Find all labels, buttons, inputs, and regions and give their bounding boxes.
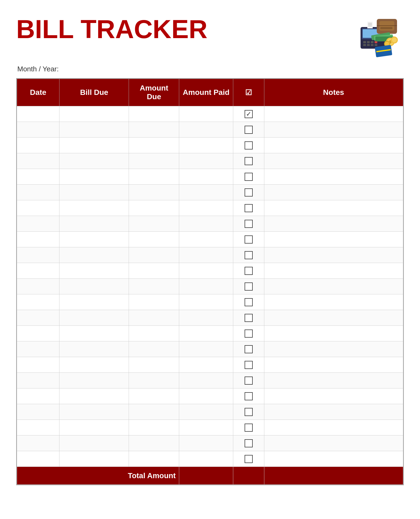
- cell-amount-paid[interactable]: [179, 420, 233, 435]
- cell-bill-due[interactable]: [59, 451, 129, 467]
- cell-checkbox[interactable]: [233, 200, 264, 216]
- cell-date[interactable]: [17, 451, 59, 467]
- cell-amount-paid[interactable]: [179, 138, 233, 153]
- cell-checkbox[interactable]: [233, 153, 264, 169]
- cell-amount-paid[interactable]: [179, 451, 233, 467]
- cell-amount-due[interactable]: [129, 435, 179, 451]
- cell-amount-due[interactable]: [129, 341, 179, 357]
- cell-amount-due[interactable]: [129, 247, 179, 263]
- cell-amount-due[interactable]: [129, 404, 179, 420]
- cell-date[interactable]: [17, 357, 59, 373]
- cell-date[interactable]: [17, 138, 59, 153]
- cell-amount-due[interactable]: [129, 420, 179, 435]
- cell-date[interactable]: [17, 373, 59, 388]
- cell-checkbox[interactable]: [233, 388, 264, 404]
- cell-bill-due[interactable]: [59, 153, 129, 169]
- cell-checkbox[interactable]: [233, 122, 264, 138]
- cell-bill-due[interactable]: [59, 294, 129, 310]
- cell-notes[interactable]: [264, 106, 403, 122]
- cell-checkbox[interactable]: [233, 435, 264, 451]
- cell-amount-due[interactable]: [129, 106, 179, 122]
- cell-date[interactable]: [17, 294, 59, 310]
- cell-amount-paid[interactable]: [179, 341, 233, 357]
- cell-bill-due[interactable]: [59, 185, 129, 200]
- cell-date[interactable]: [17, 310, 59, 326]
- cell-checkbox[interactable]: [233, 420, 264, 435]
- cell-date[interactable]: [17, 122, 59, 138]
- cell-checkbox[interactable]: [233, 373, 264, 388]
- cell-bill-due[interactable]: [59, 326, 129, 341]
- cell-notes[interactable]: [264, 185, 403, 200]
- cell-notes[interactable]: [264, 169, 403, 185]
- cell-date[interactable]: [17, 420, 59, 435]
- cell-notes[interactable]: [264, 373, 403, 388]
- cell-checkbox[interactable]: [233, 310, 264, 326]
- cell-notes[interactable]: [264, 404, 403, 420]
- cell-checkbox[interactable]: [233, 294, 264, 310]
- cell-amount-due[interactable]: [129, 326, 179, 341]
- cell-bill-due[interactable]: [59, 247, 129, 263]
- cell-bill-due[interactable]: [59, 169, 129, 185]
- cell-amount-paid[interactable]: [179, 200, 233, 216]
- cell-amount-due[interactable]: [129, 294, 179, 310]
- cell-checkbox[interactable]: [233, 341, 264, 357]
- cell-amount-paid[interactable]: [179, 232, 233, 247]
- cell-amount-paid[interactable]: [179, 216, 233, 232]
- cell-amount-paid[interactable]: [179, 185, 233, 200]
- cell-date[interactable]: [17, 169, 59, 185]
- cell-notes[interactable]: [264, 216, 403, 232]
- cell-date[interactable]: [17, 279, 59, 294]
- cell-date[interactable]: [17, 153, 59, 169]
- cell-bill-due[interactable]: [59, 310, 129, 326]
- cell-notes[interactable]: [264, 232, 403, 247]
- cell-bill-due[interactable]: [59, 279, 129, 294]
- cell-date[interactable]: [17, 247, 59, 263]
- cell-notes[interactable]: [264, 326, 403, 341]
- cell-amount-due[interactable]: [129, 216, 179, 232]
- cell-amount-paid[interactable]: [179, 310, 233, 326]
- cell-amount-due[interactable]: [129, 310, 179, 326]
- cell-amount-due[interactable]: [129, 153, 179, 169]
- cell-bill-due[interactable]: [59, 263, 129, 279]
- cell-amount-due[interactable]: [129, 200, 179, 216]
- cell-amount-due[interactable]: [129, 232, 179, 247]
- cell-notes[interactable]: [264, 263, 403, 279]
- cell-bill-due[interactable]: [59, 216, 129, 232]
- cell-date[interactable]: [17, 326, 59, 341]
- cell-bill-due[interactable]: [59, 404, 129, 420]
- cell-date[interactable]: [17, 232, 59, 247]
- cell-amount-due[interactable]: [129, 279, 179, 294]
- cell-amount-paid[interactable]: [179, 357, 233, 373]
- cell-amount-paid[interactable]: [179, 122, 233, 138]
- cell-amount-due[interactable]: [129, 169, 179, 185]
- cell-date[interactable]: [17, 435, 59, 451]
- cell-notes[interactable]: [264, 341, 403, 357]
- cell-amount-due[interactable]: [129, 122, 179, 138]
- cell-date[interactable]: [17, 216, 59, 232]
- cell-checkbox[interactable]: [233, 185, 264, 200]
- cell-notes[interactable]: [264, 122, 403, 138]
- cell-bill-due[interactable]: [59, 122, 129, 138]
- cell-date[interactable]: [17, 263, 59, 279]
- cell-amount-paid[interactable]: [179, 263, 233, 279]
- cell-amount-paid[interactable]: [179, 279, 233, 294]
- cell-amount-due[interactable]: [129, 138, 179, 153]
- cell-checkbox[interactable]: [233, 216, 264, 232]
- cell-date[interactable]: [17, 185, 59, 200]
- cell-date[interactable]: [17, 200, 59, 216]
- cell-amount-due[interactable]: [129, 263, 179, 279]
- cell-amount-due[interactable]: [129, 388, 179, 404]
- cell-bill-due[interactable]: [59, 341, 129, 357]
- cell-notes[interactable]: [264, 138, 403, 153]
- cell-date[interactable]: [17, 106, 59, 122]
- cell-date[interactable]: [17, 404, 59, 420]
- cell-notes[interactable]: [264, 279, 403, 294]
- cell-amount-due[interactable]: [129, 373, 179, 388]
- cell-amount-due[interactable]: [129, 357, 179, 373]
- cell-bill-due[interactable]: [59, 232, 129, 247]
- cell-notes[interactable]: [264, 310, 403, 326]
- cell-amount-paid[interactable]: [179, 373, 233, 388]
- cell-notes[interactable]: [264, 357, 403, 373]
- cell-bill-due[interactable]: [59, 200, 129, 216]
- cell-notes[interactable]: [264, 420, 403, 435]
